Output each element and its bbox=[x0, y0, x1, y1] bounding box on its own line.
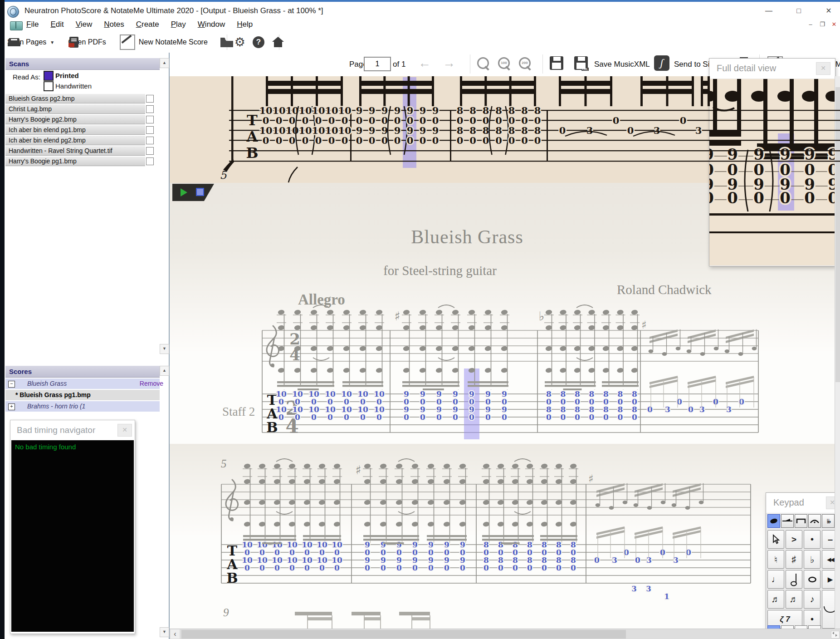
read-as-label: Read As: bbox=[13, 73, 40, 81]
handwritten-checkbox[interactable] bbox=[44, 81, 54, 91]
page-input[interactable] bbox=[364, 57, 391, 71]
semibreve-icon[interactable] bbox=[767, 514, 780, 528]
scan-file-row[interactable]: Harry's Boogie pg1.bmp bbox=[5, 157, 145, 166]
scan-file-row[interactable]: Christ Lag.bmp bbox=[5, 104, 145, 114]
menu-window[interactable]: Window bbox=[198, 20, 225, 29]
staff-label: Staff 2 bbox=[222, 405, 255, 419]
scan-file-row[interactable]: Harry's Boogie pg2.bmp bbox=[5, 115, 145, 124]
collapse-icon[interactable]: − bbox=[8, 381, 15, 388]
scan-file-row[interactable]: Handwritten - Ravel String Quartet.tif bbox=[5, 146, 145, 156]
save-icon[interactable] bbox=[550, 56, 563, 70]
keypad-titlebar[interactable]: Keypad ✕ bbox=[766, 493, 840, 513]
notehead-icon[interactable] bbox=[781, 514, 794, 528]
next-page-icon[interactable]: → bbox=[443, 57, 455, 69]
keypad-note-32nd-button[interactable]: ♬ bbox=[767, 590, 784, 609]
horizontal-scrollbar[interactable]: ‹ bbox=[170, 629, 840, 639]
score-list-item[interactable]: * Blueish Grass pg1.bmp bbox=[5, 390, 160, 400]
scan-file-checkbox[interactable] bbox=[146, 147, 154, 155]
svg-text:0: 0 bbox=[753, 189, 764, 207]
maximize-button[interactable]: □ bbox=[788, 5, 809, 17]
prev-page-icon[interactable]: ← bbox=[418, 57, 431, 69]
mdi-minimize-icon[interactable]: – bbox=[806, 21, 816, 29]
minimize-button[interactable]: — bbox=[758, 5, 779, 17]
page-of-label: of 1 bbox=[393, 60, 405, 69]
keypad-whole-note-button[interactable] bbox=[804, 570, 820, 589]
bad-timing-titlebar[interactable]: Bad timing navigator ✕ bbox=[10, 420, 135, 440]
keypad-flat-button[interactable]: ♭ bbox=[804, 550, 820, 569]
play-icon[interactable] bbox=[181, 188, 187, 197]
double-flat-icon[interactable]: ♭♭ bbox=[822, 514, 835, 528]
vertical-scrollbar[interactable] bbox=[835, 76, 840, 629]
keypad-dot-button[interactable]: • bbox=[804, 530, 820, 549]
remove-link[interactable]: Remove bbox=[140, 380, 163, 387]
keypad-quarter-note-button[interactable]: ♩ bbox=[767, 570, 784, 589]
stop-icon[interactable] bbox=[196, 188, 204, 196]
bracket-icon[interactable] bbox=[795, 514, 807, 528]
keypad-accent-button[interactable]: > bbox=[786, 530, 802, 549]
score-list-item[interactable]: Brahms - horn trio (1 bbox=[5, 401, 160, 412]
open-pdfs-button[interactable]: Open PDFs bbox=[68, 38, 106, 46]
score-subtitle: for Steel-string guitar bbox=[367, 263, 513, 278]
title-bar[interactable]: Neuratron PhotoScore & NotateMe Ultimate… bbox=[0, 0, 840, 20]
mdi-close-icon[interactable]: ✕ bbox=[829, 21, 839, 29]
settings-button[interactable]: ⚙ bbox=[234, 35, 245, 49]
full-detail-titlebar[interactable]: Full detail view ✕ bbox=[709, 59, 835, 79]
svg-text:0: 0 bbox=[709, 189, 714, 207]
help-button[interactable]: ? bbox=[253, 36, 264, 48]
scan-file-checkbox[interactable] bbox=[146, 126, 154, 134]
save-musicxml-icon[interactable]: XML bbox=[574, 56, 588, 70]
zoom-100-icon[interactable]: 100 bbox=[497, 56, 513, 72]
printed-checkbox[interactable] bbox=[44, 71, 54, 81]
scan-file-row[interactable]: Blueish Grass pg2.bmp bbox=[5, 94, 145, 103]
keypad-body: ♭♭ >•–♮♯♭◀◀♩▶♬♬♪ζ 7• 1234 bbox=[766, 513, 840, 639]
zoom-icon[interactable] bbox=[476, 56, 492, 72]
resize-grip-icon[interactable] bbox=[831, 631, 840, 639]
scan-file-checkbox[interactable] bbox=[146, 157, 154, 165]
scan-file-row[interactable]: Ich aber bin elend pg1.bmp bbox=[5, 125, 145, 135]
bad-timing-close-icon[interactable]: ✕ bbox=[117, 424, 132, 437]
bad-timing-navigator: Bad timing navigator ✕ No bad timing fou… bbox=[10, 420, 135, 634]
new-notateme-button[interactable]: New NotateMe Score bbox=[120, 34, 208, 50]
scan-file-checkbox[interactable] bbox=[146, 137, 154, 144]
menu-help[interactable]: Help bbox=[237, 20, 253, 29]
keypad-pointer-button[interactable] bbox=[767, 530, 784, 549]
mdi-restore-icon[interactable]: ❐ bbox=[817, 21, 827, 29]
menu-edit[interactable]: Edit bbox=[50, 20, 63, 29]
menu-play[interactable]: Play bbox=[171, 20, 186, 29]
scan-file-checkbox[interactable] bbox=[146, 105, 154, 113]
keypad-half-note-button[interactable] bbox=[786, 570, 802, 589]
document-icon bbox=[10, 21, 23, 30]
sidebar-scroll-down[interactable]: ▼ bbox=[160, 627, 169, 637]
full-detail-canvas[interactable]: 909090909090909090909090 bbox=[709, 79, 835, 265]
expand-icon[interactable]: + bbox=[8, 403, 15, 410]
keypad-natural-button[interactable]: ♮ bbox=[767, 550, 784, 569]
keypad-note-16th-button[interactable]: ♬ bbox=[786, 590, 802, 609]
scans-scroll-down[interactable]: ▼ bbox=[160, 344, 169, 354]
zoom-200-icon[interactable]: 200 bbox=[518, 56, 533, 72]
scan-file-checkbox[interactable] bbox=[146, 95, 154, 103]
scroll-left-icon[interactable]: ‹ bbox=[171, 629, 180, 639]
handwritten-label: Handwritten bbox=[55, 82, 92, 90]
scores-scroll-up[interactable]: ▲ bbox=[160, 366, 169, 376]
scans-scroll-up[interactable]: ▲ bbox=[160, 58, 169, 68]
pdf-icon bbox=[68, 36, 80, 49]
scan-file-checkbox[interactable] bbox=[146, 116, 154, 123]
menu-view[interactable]: View bbox=[76, 20, 93, 29]
keypad-note-8th-button[interactable]: ♪ bbox=[804, 590, 820, 609]
app-icon bbox=[7, 6, 19, 18]
keypad-sharp-button[interactable]: ♯ bbox=[786, 550, 802, 569]
scan-file-row[interactable]: Ich aber bin elend pg2.bmp bbox=[5, 136, 145, 145]
save-musicxml-label[interactable]: Save MusicXML bbox=[594, 60, 650, 69]
score-list-item[interactable]: Blueish Grass bbox=[5, 378, 160, 389]
sibelius-icon[interactable]: ʃ bbox=[654, 55, 669, 71]
home-icon bbox=[272, 36, 284, 48]
menu-create[interactable]: Create bbox=[136, 20, 159, 29]
new-notateme-label: New NotateMe Score bbox=[139, 38, 208, 46]
fermata-icon[interactable] bbox=[808, 514, 821, 528]
menu-file[interactable]: File bbox=[26, 20, 39, 29]
scan-pages-button[interactable]: Scan Pages ▼ bbox=[7, 38, 54, 46]
close-button[interactable]: ✕ bbox=[818, 5, 839, 17]
menu-notes[interactable]: Notes bbox=[104, 20, 124, 29]
keypad-title: Keypad bbox=[773, 497, 804, 508]
full-detail-close-icon[interactable]: ✕ bbox=[816, 62, 830, 75]
